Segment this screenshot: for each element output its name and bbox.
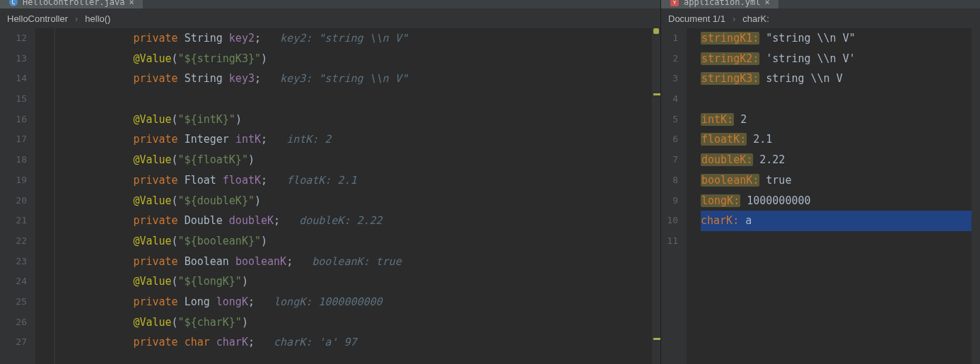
tab-bar-left: C HelloController.java × (0, 0, 660, 8)
svg-text:C: C (12, 0, 16, 6)
scrollbar-right[interactable] (972, 28, 980, 364)
tab-label: application.yml (684, 0, 760, 7)
line-gutter: 1234567891011 (661, 28, 687, 364)
scrollbar-thumb[interactable] (653, 28, 659, 34)
tab-application-yml[interactable]: Y application.yml × (661, 0, 778, 8)
breadcrumb-sep-icon: › (75, 13, 78, 24)
code-area[interactable]: private String key2; key2: "string \\n V… (35, 28, 652, 364)
breadcrumb-class[interactable]: HelloController (7, 13, 68, 24)
java-file-icon: C (8, 0, 18, 7)
right-editor-pane: Y application.yml × Document 1/1 › charK… (660, 0, 980, 364)
scrollbar-left[interactable] (652, 28, 660, 364)
breadcrumb-doc[interactable]: Document 1/1 (668, 13, 725, 24)
breadcrumb-sep-icon: › (733, 13, 735, 24)
code-area[interactable]: stringK1: "string \\n V"stringK2: 'strin… (687, 28, 972, 364)
code-editor-left[interactable]: 12131415161718192021222324252627 private… (0, 28, 660, 364)
tab-hellocontroller[interactable]: C HelloController.java × (0, 0, 143, 8)
breadcrumb-left: HelloController › hello() (0, 8, 660, 28)
tab-bar-right: Y application.yml × (661, 0, 980, 8)
code-editor-right[interactable]: 1234567891011 stringK1: "string \\n V"st… (661, 28, 980, 364)
breadcrumb-right: Document 1/1 › charK: (661, 8, 980, 28)
yaml-file-icon: Y (670, 0, 679, 7)
close-icon[interactable]: × (129, 0, 134, 7)
close-icon[interactable]: × (764, 0, 769, 7)
line-gutter: 12131415161718192021222324252627 (0, 28, 35, 364)
left-editor-pane: C HelloController.java × HelloController… (0, 0, 660, 364)
breadcrumb-key[interactable]: charK: (742, 13, 769, 24)
breadcrumb-method[interactable]: hello() (85, 13, 110, 24)
tab-label: HelloController.java (23, 0, 125, 7)
